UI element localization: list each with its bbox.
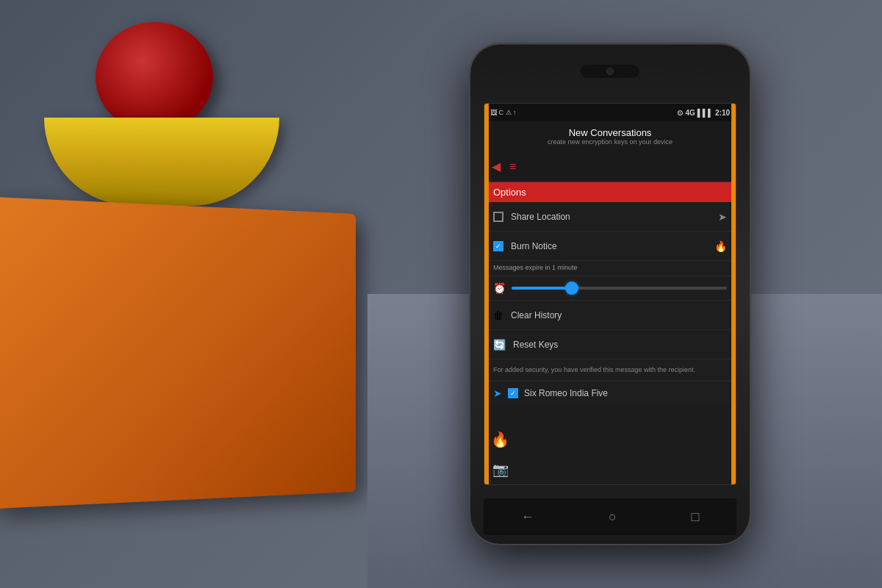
- verified-arrow-icon: ➤: [493, 387, 502, 399]
- reset-keys-item[interactable]: 🔄 Reset Keys: [484, 330, 736, 359]
- clear-history-label: Clear History: [511, 310, 727, 320]
- share-location-label: Share Location: [511, 212, 711, 222]
- phone-nav-bar: ← ○ □: [484, 498, 736, 535]
- toolbar[interactable]: ◀ ≡: [484, 151, 736, 182]
- status-right: ⊙ 4G ▌▌▌ 2:10: [677, 109, 730, 117]
- phone: 🖼 C ⚠ ↑ ⊙ 4G ▌▌▌ 2:10 New Conversations …: [470, 44, 750, 544]
- timer-row[interactable]: ⏰: [484, 276, 736, 301]
- status-time: 2:10: [715, 109, 730, 117]
- flame-icon[interactable]: 🔥: [491, 431, 509, 448]
- options-panel: Options Share Location ➤ Burn Notice 🔥 M…: [484, 182, 736, 405]
- title-bar: New Conversations create new encryption …: [484, 121, 736, 151]
- recent-nav-button[interactable]: □: [691, 509, 699, 525]
- options-header: Options: [484, 182, 736, 202]
- status-signal: 4G: [685, 109, 695, 117]
- burn-notice-description: Messages expire in 1 minute: [484, 261, 736, 276]
- location-arrow-icon: ➤: [718, 211, 727, 223]
- back-button[interactable]: ◀: [492, 159, 501, 173]
- refresh-icon: 🔄: [493, 339, 506, 351]
- chat-action-icons: 🔥 📷: [491, 431, 509, 478]
- conversation-subtitle: create new encryption keys on your devic…: [492, 138, 728, 146]
- back-nav-button[interactable]: ←: [521, 509, 534, 525]
- status-bar: 🖼 C ⚠ ↑ ⊙ 4G ▌▌▌ 2:10: [484, 104, 736, 121]
- burn-notice-icon: 🔥: [714, 240, 727, 252]
- burn-notice-item[interactable]: Burn Notice 🔥: [484, 232, 736, 261]
- verified-checkbox[interactable]: [508, 388, 518, 398]
- burn-notice-label: Burn Notice: [511, 241, 707, 251]
- home-nav-button[interactable]: ○: [609, 509, 617, 525]
- status-wifi: ⊙: [677, 109, 683, 117]
- status-bars: ▌▌▌: [698, 109, 713, 117]
- verified-label: Six Romeo India Five: [524, 388, 727, 398]
- phone-screen: 🖼 C ⚠ ↑ ⊙ 4G ▌▌▌ 2:10 New Conversations …: [484, 103, 736, 485]
- camera-icon[interactable]: 📷: [492, 462, 509, 478]
- share-location-item[interactable]: Share Location ➤: [484, 202, 736, 232]
- phone-body: 🖼 C ⚠ ↑ ⊙ 4G ▌▌▌ 2:10 New Conversations …: [470, 44, 750, 544]
- clear-history-item[interactable]: 🗑 Clear History: [484, 301, 736, 330]
- verified-item[interactable]: ➤ Six Romeo India Five: [484, 381, 736, 405]
- clock-icon: ⏰: [493, 282, 506, 294]
- orange-block-decoration: [0, 197, 356, 509]
- security-note: For added security, you have verified th…: [484, 359, 736, 381]
- menu-button[interactable]: ≡: [509, 160, 516, 173]
- status-left-icons: 🖼 C ⚠ ↑: [490, 109, 517, 116]
- status-icons: 🖼 C ⚠ ↑: [490, 109, 517, 116]
- timer-slider[interactable]: [512, 287, 727, 290]
- burn-notice-checkbox[interactable]: [493, 241, 503, 251]
- reset-keys-label: Reset Keys: [513, 340, 727, 350]
- conversation-title: New Conversations: [492, 127, 728, 138]
- phone-camera: [581, 65, 639, 78]
- red-ball-decoration: [96, 22, 213, 132]
- trash-icon: 🗑: [493, 309, 503, 321]
- slider-thumb[interactable]: [565, 282, 578, 295]
- camera-lens: [606, 68, 614, 75]
- share-location-checkbox[interactable]: [493, 212, 503, 222]
